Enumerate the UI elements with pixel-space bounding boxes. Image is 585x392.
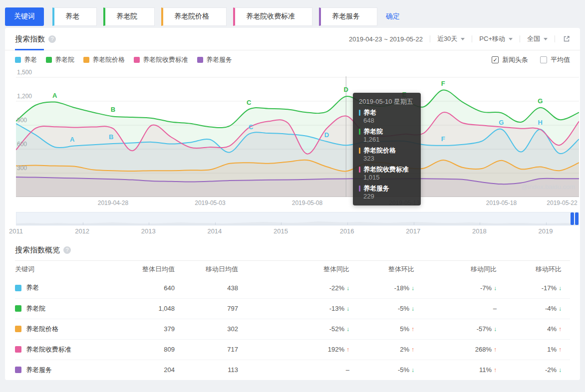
change-value: -18%↓ [349, 278, 414, 298]
tab-search-index[interactable]: 搜索指数 ? [15, 28, 56, 50]
tooltip-series-label: 养老院收费标准 [363, 166, 409, 174]
help-icon[interactable]: ? [48, 35, 56, 43]
change-value: – [414, 298, 497, 319]
confirm-link[interactable]: 确定 [386, 12, 400, 21]
keyword-chip-label: 养老院收费标准 [246, 12, 295, 21]
news-annotation[interactable]: C [249, 123, 254, 131]
table-column-header: 整体环比 [349, 261, 414, 278]
chart-legend: 养老养老院养老院价格养老院收费标准养老服务 [15, 55, 241, 64]
legend-label: 养老院 [55, 55, 74, 64]
legend-item[interactable]: 养老院 [46, 55, 74, 64]
timeline-year-label: 2012 [75, 227, 89, 235]
divider [555, 35, 555, 42]
keyword-bar: 关键词 养老养老院养老院价格养老院收费标准养老服务 确定 [0, 0, 585, 28]
news-annotation[interactable]: D [344, 86, 348, 93]
news-annotation[interactable]: F [441, 135, 445, 143]
arrow-up-icon: ↑ [411, 326, 414, 333]
keyword-chip[interactable]: 养老院 [103, 7, 155, 26]
watermark: @index.baidu.com [521, 183, 575, 191]
chart-tooltip: 2019-05-10 星期五 养老648养老院1,261养老院价格323养老院收… [353, 93, 421, 205]
table-column-header: 移动同比 [414, 261, 497, 278]
legend-item[interactable]: 养老 [15, 55, 37, 64]
y-axis-label: 1,200 [17, 93, 32, 100]
change-value: -22%↓ [238, 278, 349, 298]
overview-title: 搜索指数概览 [15, 245, 60, 255]
tooltip-series-label: 养老服务 [363, 185, 389, 193]
tooltip-series-value: 1,015 [363, 174, 415, 182]
external-link-icon[interactable] [563, 35, 570, 42]
timeline-tick [347, 222, 348, 225]
arrow-up-icon: ↑ [346, 346, 349, 353]
tooltip-series-value: 648 [363, 117, 415, 125]
keyword-chip[interactable]: 养老院收费标准 [233, 7, 312, 26]
news-annotation[interactable]: C [247, 99, 252, 106]
mobile-daily-average: 302 [175, 319, 238, 339]
checkbox-news-headlines[interactable]: ✓ 新闻头条 [492, 55, 528, 64]
trend-chart[interactable]: ABCDEFGABCDFGH @index.baidu.com 2019-05-… [16, 71, 579, 210]
news-annotation[interactable]: F [441, 80, 445, 87]
divider [520, 35, 520, 42]
search-index-panel: 搜索指数 ? 2019-04-23 ~ 2019-05-22 近30天 PC+移… [5, 28, 580, 380]
change-value: 5%↑ [349, 319, 414, 339]
change-value: -17%↓ [497, 278, 570, 298]
filter-device-dropdown[interactable]: PC+移动 [479, 34, 513, 43]
tooltip-series-name: 养老院价格 [359, 147, 415, 155]
keyword-chip[interactable]: 养老 [52, 7, 97, 26]
keyword-swatch [15, 367, 21, 373]
mobile-daily-average: 717 [175, 339, 238, 360]
legend-item[interactable]: 养老服务 [197, 55, 232, 64]
arrow-down-icon: ↓ [411, 367, 414, 374]
keyword-cell[interactable]: 养老院 [15, 304, 115, 313]
news-annotation[interactable]: A [70, 136, 75, 143]
overall-daily-average: 640 [115, 278, 175, 298]
timeline-tick [414, 222, 414, 225]
legend-item[interactable]: 养老院价格 [83, 55, 125, 64]
change-value: 4%↑ [497, 319, 570, 339]
x-axis-label: 2019-05-22 [547, 199, 577, 206]
arrow-up-icon: ↑ [411, 346, 414, 353]
timeline-handle-right[interactable] [575, 212, 579, 225]
keyword-chip-label: 养老院价格 [174, 12, 209, 21]
keyword-chip[interactable]: 养老服务 [319, 7, 377, 26]
filter-timespan-dropdown[interactable]: 近30天 [437, 34, 465, 43]
overall-daily-average: 379 [115, 319, 175, 339]
filter-region-dropdown[interactable]: 全国 [527, 34, 548, 43]
keyword-label-button[interactable]: 关键词 [5, 7, 44, 26]
keyword-cell[interactable]: 养老院收费标准 [15, 345, 115, 354]
table-column-header: 移动日均值 [175, 261, 238, 278]
legend-swatch [46, 57, 52, 63]
arrow-down-icon: ↓ [411, 285, 414, 292]
news-annotation[interactable]: D [324, 131, 329, 139]
keyword-cell[interactable]: 养老 [15, 283, 115, 292]
help-icon[interactable]: ? [63, 246, 71, 254]
timeline-handle-left[interactable] [571, 212, 574, 225]
tab-label: 搜索指数 [15, 34, 45, 44]
arrow-down-icon: ↓ [559, 305, 562, 312]
news-annotation[interactable]: A [52, 92, 57, 99]
tooltip-series-label: 养老院 [363, 128, 383, 136]
news-annotation[interactable]: G [538, 97, 543, 105]
keyword-chip[interactable]: 养老院价格 [161, 7, 227, 26]
arrow-up-icon: ↑ [559, 346, 562, 353]
news-annotation[interactable]: H [538, 119, 543, 126]
tooltip-item: 养老院1,261 [359, 128, 415, 144]
change-value: -4%↓ [497, 298, 570, 319]
legend-swatch [83, 57, 89, 63]
change-value: -13%↓ [238, 298, 349, 319]
overview-table: 关键词整体日均值移动日均值整体同比整体环比移动同比移动环比 养老640438-2… [15, 261, 570, 380]
keyword-cell[interactable]: 养老院价格 [15, 325, 115, 334]
keyword-swatch [15, 285, 21, 291]
news-annotation[interactable]: B [109, 133, 113, 141]
keyword-cell[interactable]: 养老服务 [15, 366, 115, 375]
change-value: 2%↑ [349, 339, 414, 360]
timeline-silhouette [16, 212, 579, 225]
legend-item[interactable]: 养老院收费标准 [134, 55, 188, 64]
tooltip-series-value: 1,261 [363, 136, 415, 144]
checkbox-average[interactable]: 平均值 [540, 55, 570, 64]
table-column-header: 整体同比 [238, 261, 349, 278]
news-annotation[interactable]: B [111, 106, 115, 113]
timeline-band[interactable] [16, 212, 579, 225]
legend-swatch [197, 57, 203, 63]
date-range[interactable]: 2019-04-23 ~ 2019-05-22 [349, 35, 423, 43]
news-annotation[interactable]: G [499, 119, 504, 126]
